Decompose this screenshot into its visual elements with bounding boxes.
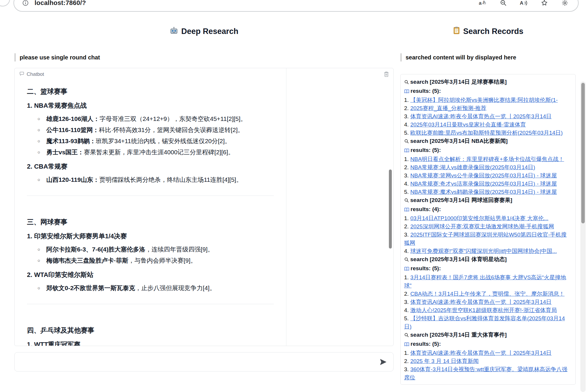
- search-result-item: 3. 体育资讯AI速递:昨夜今晨体育热点一览 丨2025年3月14日: [404, 112, 572, 121]
- search-icon: [404, 138, 409, 146]
- search-result-link[interactable]: 欧联比赛前瞻:里昂vs布加勒斯特星预测分析(2025年03月14日): [410, 130, 563, 136]
- search-result-link[interactable]: NBA常规赛:奇才vs活塞录像回放(2025年03月14日) - 球迷屋: [410, 181, 557, 187]
- search-result-link[interactable]: CBA动态！3月14日上午传来了，贾明儒、张宁、摩尔新消息！: [410, 291, 565, 297]
- results-count-line: results: (5):: [404, 264, 572, 273]
- clipboard-icon: [453, 26, 460, 37]
- search-result-link[interactable]: 球迷可免费观赛!“双赛”闪耀深圳光明|itf|中国网球协会|中国...: [410, 248, 557, 254]
- search-icon: [404, 197, 409, 205]
- message-divider: [27, 304, 274, 304]
- bullet-text: ，与鲁内会师半决赛[9]。: [128, 257, 196, 264]
- result-number: 4.: [404, 307, 410, 313]
- chat-input[interactable]: [20, 358, 377, 366]
- results-count-text: results: (5):: [411, 265, 441, 271]
- search-result-link[interactable]: 【沙特联】吉达联合vs利雅得体育首发阵容名单(2025年03月14日): [404, 315, 565, 330]
- result-number: 5.: [404, 189, 410, 195]
- bullet-item: 勇士vs国王：赛果暂未更新，库里冲击生涯4000记三分里程碑[2][6]。: [46, 148, 274, 156]
- book-icon: [404, 265, 409, 273]
- chat-bubble-icon: [19, 71, 24, 78]
- group-title: 2. WTA印第安维尔斯站: [27, 271, 274, 279]
- result-number: 3.: [404, 113, 410, 119]
- search-result-link[interactable]: NBA常规赛:魔术vs鹈鹕录像回放(2025年03月14日) - 球迷屋: [410, 189, 557, 195]
- settings-icon[interactable]: [560, 0, 569, 7]
- search-records-panel[interactable]: search [2025年3月14日 足球赛事结果]results: (5):1…: [400, 74, 576, 385]
- chatbot-panel: Chatbot 二、篮球赛事1. NBA常规赛焦点战雄鹿126-106湖人：字母…: [14, 68, 394, 346]
- search-result-link[interactable]: NBA常规赛:篮网vs公牛录像回放(2025年03月14日) - 球迷屋: [410, 172, 557, 179]
- result-number: 3.: [404, 366, 410, 372]
- result-number: 2.: [404, 164, 410, 170]
- search-result-link[interactable]: NBA明日看点全解析：库里里程碑夜+多场卡位战引爆焦点战！: [410, 156, 564, 162]
- right-page-title: Search Records: [400, 26, 576, 36]
- search-result-item: 2. 2025深圳网球公开赛:双赛双主场激发网球热潮-手机搜狐网: [404, 222, 572, 231]
- search-result-item: 3. 体育资讯AI速递:昨夜今晨体育热点一览 丨2025年3月14日: [404, 298, 572, 306]
- result-number: 2.: [404, 291, 410, 297]
- search-query-text: search [2025年3月14日 网球巡回赛赛果]: [410, 197, 512, 203]
- book-icon: [404, 147, 409, 155]
- results-count-line: results: (5):: [404, 146, 572, 155]
- book-icon: [404, 88, 409, 96]
- favorites-star-icon[interactable]: [540, 0, 549, 7]
- page-body: Deep Research please use single round ch…: [0, 12, 588, 392]
- result-number: 4.: [404, 248, 410, 254]
- bullet-text: 科比·怀特高效31分，篮网关键回合失误葬送逆转[2]。: [99, 126, 244, 133]
- search-result-link[interactable]: 03月14日ATP1000印第安维尔斯站男单1/4决赛 大塞伦...: [410, 215, 548, 221]
- search-query-text: search [2025年3月14日 NBA比赛新闻]: [410, 138, 508, 144]
- search-result-link[interactable]: 3月14日赛程表！国乒7虎将 出战6场赛事 大胖VS高远“火星撞地球”: [404, 274, 566, 289]
- search-result-link[interactable]: 激动人心!2025年世空联K1超级联赛杭州开赛!-浙江省体育局: [410, 307, 557, 313]
- chat-message-content: 二、篮球赛事1. NBA常规赛焦点战雄鹿126-106湖人：字母哥准三双（24+…: [15, 68, 286, 346]
- search-result-item: 4. 球迷可免费观赛!“双赛”闪耀深圳光明|itf|中国网球协会|中国...: [404, 247, 572, 255]
- results-count-text: results: (4):: [411, 206, 441, 212]
- chat-scrollbar-thumb[interactable]: [389, 170, 392, 249]
- bullet-list: 山西120-119山东：贾明儒踩线长两分绝杀，终结山东主场11连胜[4][5]。: [27, 176, 274, 184]
- search-result-link[interactable]: 360体育-3月14日央视预告:wtt重庆冠军赛。梁靖崑林高远争八强席位: [404, 366, 567, 381]
- search-query-line: search [2025年3月14日 NBA比赛新闻]: [404, 137, 572, 146]
- search-result-link[interactable]: 体育资讯AI速递:昨夜今晨体育热点一览 丨2025年3月14日: [410, 113, 551, 119]
- svg-text:a: a: [479, 0, 482, 6]
- page-scrollbar[interactable]: [580, 81, 586, 392]
- search-result-link[interactable]: 体育资讯AI速递:昨夜今晨体育热点一览 丨2025年3月14日: [410, 299, 551, 305]
- search-result-item: 1. 【美冠杯】阿拉胡埃伦斯vs美洲狮比赛结果:阿拉胡埃伦斯(1-: [404, 96, 572, 104]
- search-result-item: 1. 03月14日ATP1000印第安维尔斯站男单1/4决赛 大塞伦...: [404, 214, 572, 222]
- search-result-link[interactable]: 2025 年 3 月 14 日体育新闻: [410, 358, 478, 364]
- group-title: 1. WTT重庆冠军赛: [27, 340, 274, 346]
- search-result-link[interactable]: 2025赛程_直播_分析预测-推荐: [410, 105, 486, 111]
- translate-icon[interactable]: aあ: [478, 0, 487, 7]
- address-bar[interactable]: localhost:7860/? aあ A: [13, 0, 579, 12]
- search-result-link[interactable]: 2025年03月14日曼联vs皇家社会直播-雷速体育: [410, 121, 526, 128]
- search-result-item: 4. 激动人心!2025年世空联K1超级联赛杭州开赛!-浙江省体育局: [404, 306, 572, 314]
- group-title: 1. NBA常规赛焦点战: [27, 101, 274, 110]
- search-records-column: Search Records searched content will by …: [400, 12, 576, 385]
- group-title: 2. CBA常规赛: [27, 162, 274, 171]
- read-aloud-icon[interactable]: A: [519, 0, 528, 7]
- search-result-link[interactable]: 2025ITF国际女子网球巡回赛深圳光明站W50第四日收官-手机搜狐网: [404, 232, 567, 246]
- url-text: localhost:7860/?: [35, 0, 86, 7]
- result-number: 3.: [404, 172, 410, 179]
- bullet-item: 山西120-119山东：贾明儒踩线长两分绝杀，终结山东主场11连胜[4][5]。: [46, 176, 274, 184]
- bullet-list: 阿尔卡拉斯6-3、7-6(4)胜大塞伦多洛，连续四年晋级四强[9]。梅德韦杰夫三…: [27, 245, 274, 265]
- search-result-link[interactable]: 2025深圳网球公开赛:双赛双主场激发网球热潮-手机搜狐网: [410, 223, 554, 230]
- bullet-lead: 郑钦文0-2不敌世界第一斯瓦泰克: [46, 285, 135, 291]
- chat-scroll-region[interactable]: 二、篮球赛事1. NBA常规赛焦点战雄鹿126-106湖人：字母哥准三双（24+…: [15, 68, 286, 346]
- result-number: 1.: [404, 274, 410, 280]
- results-count-line: results: (5):: [404, 340, 572, 349]
- send-button[interactable]: [377, 356, 389, 367]
- search-result-link[interactable]: 【美冠杯】阿拉胡埃伦斯vs美洲狮比赛结果:阿拉胡埃伦斯(1-: [410, 97, 558, 103]
- message-divider: [27, 196, 274, 196]
- results-count-line: results: (5):: [404, 87, 572, 96]
- search-result-item: 5. 欧联比赛前瞻:里昂vs布加勒斯特星预测分析(2025年03月14日): [404, 129, 572, 137]
- search-result-link[interactable]: 体育资讯AI速递:昨夜今晨体育热点一览 丨2025年3月14日: [410, 350, 551, 356]
- result-number: 1.: [404, 215, 410, 221]
- search-query-text: search [2025年3月14日 足球赛事结果]: [410, 79, 507, 85]
- bullet-text: 赛果暂未更新，库里冲击生涯4000记三分里程碑[2][6]。: [84, 149, 234, 155]
- search-icon: [404, 332, 409, 340]
- bullet-text: 字母哥准三双（24+12+9），东契奇空砍45+11[2][5]。: [100, 115, 247, 122]
- group-title: 1. 印第安维尔斯大师赛男单1/4决赛: [27, 232, 274, 241]
- zoom-out-icon[interactable]: [499, 0, 508, 7]
- page-scrollbar-thumb[interactable]: [581, 83, 585, 223]
- site-info-icon[interactable]: [21, 0, 30, 7]
- clear-chat-button[interactable]: [384, 71, 389, 78]
- search-result-link[interactable]: NBA常规赛:湖人vs雄鹿录像回放(2025年03月14日): [410, 164, 535, 170]
- search-icon: [404, 256, 409, 264]
- bullet-lead: 雄鹿126-106湖人：: [46, 115, 100, 122]
- section-heading: 二、篮球赛事: [27, 87, 274, 96]
- search-result-item: 4. NBA常规赛:奇才vs活塞录像回放(2025年03月14日) - 球迷屋: [404, 180, 572, 188]
